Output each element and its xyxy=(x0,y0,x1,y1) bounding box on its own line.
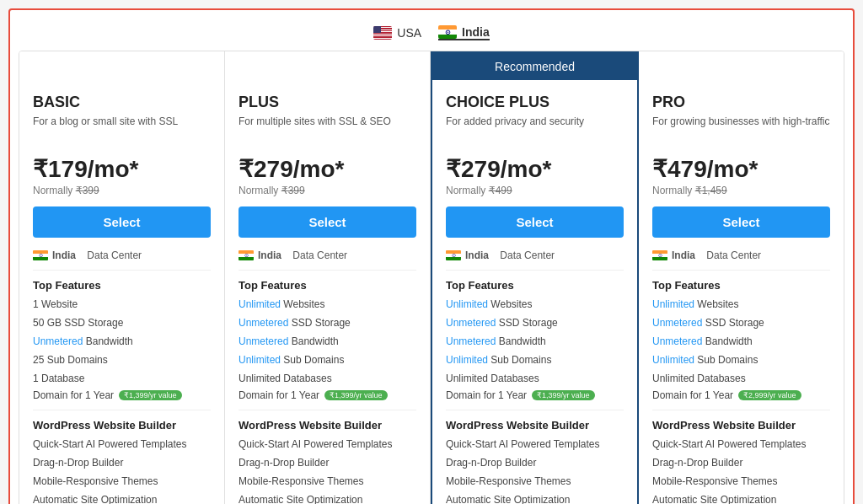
choice-plus-plan-name: CHOICE PLUS xyxy=(446,94,624,111)
choice-plus-select-button[interactable]: Select xyxy=(446,206,624,238)
plus-wp-f3: Mobile-Responsive Themes xyxy=(239,474,416,489)
cp-feature-2: Unmetered SSD Storage xyxy=(446,315,624,330)
basic-wp-f1: Quick-Start AI Powered Templates xyxy=(33,437,211,452)
plus-top-features-title: Top Features xyxy=(239,279,416,292)
basic-feature-3: Unmetered Bandwidth xyxy=(33,334,211,349)
pro-feature-1: Unlimited Websites xyxy=(652,297,830,312)
cp-wp-f4: Automatic Site Optimization xyxy=(446,492,624,504)
india-label: India xyxy=(462,25,490,39)
plus-wp-title: WordPress Website Builder xyxy=(239,419,416,432)
choice-plus-normal-price: Normally ₹499 xyxy=(446,185,624,196)
basic-feature-5: 1 Database xyxy=(33,371,211,386)
pro-plan-desc: For growing businesses with high-traffic xyxy=(652,115,830,145)
plus-normal-price: Normally ₹399 xyxy=(239,185,416,196)
basic-normal-price: Normally ₹399 xyxy=(33,185,211,196)
region-india[interactable]: India xyxy=(438,25,490,40)
basic-wp-f4: Automatic Site Optimization xyxy=(33,492,211,504)
region-usa[interactable]: USA xyxy=(373,26,421,40)
pro-wp-section: WordPress Website Builder Quick-Start AI… xyxy=(652,419,830,504)
basic-data-center: India Data Center xyxy=(33,249,211,261)
basic-top-features-title: Top Features xyxy=(33,279,211,292)
choice-plus-data-center: India Data Center xyxy=(446,249,624,261)
plus-wp-f1: Quick-Start AI Powered Templates xyxy=(239,437,416,452)
plus-feature-1: Unlimited Websites xyxy=(239,297,416,312)
basic-feature-4: 25 Sub Domains xyxy=(33,352,211,367)
plus-plan-desc: For multiple sites with SSL & SEO xyxy=(239,115,416,145)
cp-feature-4: Unlimited Sub Domains xyxy=(446,352,624,367)
basic-plan-price: ₹179/mo* xyxy=(33,155,211,183)
pro-domain-badge: ₹2,999/yr value xyxy=(738,390,801,400)
pro-plan-name: PRO xyxy=(652,94,830,111)
pro-india-flag-icon xyxy=(652,250,667,260)
basic-wp-f2: Drag-n-Drop Builder xyxy=(33,455,211,470)
pro-feature-2: Unmetered SSD Storage xyxy=(652,315,830,330)
cp-wp-f2: Drag-n-Drop Builder xyxy=(446,455,624,470)
plans-container: BASIC For a blog or small site with SSL … xyxy=(19,51,844,504)
plus-feature-4: Unlimited Sub Domains xyxy=(239,352,416,367)
plus-india-flag-icon xyxy=(239,250,254,260)
pro-wp-f1: Quick-Start AI Powered Templates xyxy=(652,437,830,452)
choice-plus-plan-desc: For added privacy and security xyxy=(446,115,624,145)
basic-feature-2: 50 GB SSD Storage xyxy=(33,315,211,330)
india-flag-icon xyxy=(438,25,457,39)
plus-select-button[interactable]: Select xyxy=(239,206,416,238)
pro-wp-title: WordPress Website Builder xyxy=(652,419,830,432)
region-selector: USA India xyxy=(19,19,844,51)
choice-plus-top-features-title: Top Features xyxy=(446,279,624,292)
cp-domain-row: Domain for 1 Year ₹1,399/yr value xyxy=(446,389,624,401)
pro-top-features-title: Top Features xyxy=(652,279,830,292)
basic-data-center-text: Data Center xyxy=(87,249,142,261)
pro-feature-4: Unlimited Sub Domains xyxy=(652,352,830,367)
usa-flag-icon xyxy=(373,26,392,40)
pro-wp-f3: Mobile-Responsive Themes xyxy=(652,474,830,489)
basic-wp-section: WordPress Website Builder Quick-Start AI… xyxy=(33,419,211,504)
pro-data-center: India Data Center xyxy=(652,249,830,261)
pro-domain-row: Domain for 1 Year ₹2,999/yr value xyxy=(652,389,830,401)
recommended-banner: Recommended xyxy=(432,53,637,80)
plus-plan-price: ₹279/mo* xyxy=(239,155,416,183)
cp-feature-3: Unmetered Bandwidth xyxy=(446,334,624,349)
choice-plus-india-flag-icon xyxy=(446,250,461,260)
pro-feature-5: Unlimited Databases xyxy=(652,371,830,386)
basic-wp-f3: Mobile-Responsive Themes xyxy=(33,474,211,489)
cp-wp-f3: Mobile-Responsive Themes xyxy=(446,474,624,489)
plan-choice-plus: Recommended CHOICE PLUS For added privac… xyxy=(431,51,639,504)
pro-wp-f2: Drag-n-Drop Builder xyxy=(652,455,830,470)
cp-domain-badge: ₹1,399/yr value xyxy=(532,390,595,400)
page-container: USA India BASIC For a blog or small site… xyxy=(8,8,855,504)
plan-plus: PLUS For multiple sites with SSL & SEO ₹… xyxy=(225,51,431,504)
pro-select-button[interactable]: Select xyxy=(652,206,830,238)
plus-wp-section: WordPress Website Builder Quick-Start AI… xyxy=(239,419,416,504)
plus-feature-3: Unmetered Bandwidth xyxy=(239,334,416,349)
plus-domain-row: Domain for 1 Year ₹1,399/yr value xyxy=(239,389,416,401)
plan-basic: BASIC For a blog or small site with SSL … xyxy=(19,51,225,504)
pro-normal-price: Normally ₹1,459 xyxy=(652,185,830,196)
basic-domain-badge: ₹1,399/yr value xyxy=(119,390,182,400)
plan-pro: PRO For growing businesses with high-tra… xyxy=(639,51,844,504)
plus-wp-f4: Automatic Site Optimization xyxy=(239,492,416,504)
basic-feature-1: 1 Website xyxy=(33,297,211,312)
plus-wp-f2: Drag-n-Drop Builder xyxy=(239,455,416,470)
basic-domain-row: Domain for 1 Year ₹1,399/yr value xyxy=(33,389,211,401)
basic-wp-title: WordPress Website Builder xyxy=(33,419,211,432)
choice-plus-plan-price: ₹279/mo* xyxy=(446,155,624,183)
cp-wp-f1: Quick-Start AI Powered Templates xyxy=(446,437,624,452)
plus-plan-name: PLUS xyxy=(239,94,416,111)
cp-wp-section: WordPress Website Builder Quick-Start AI… xyxy=(446,419,624,504)
basic-india-flag-icon xyxy=(33,250,48,260)
usa-label: USA xyxy=(397,26,421,40)
pro-plan-price: ₹479/mo* xyxy=(652,155,830,183)
cp-feature-1: Unlimited Websites xyxy=(446,297,624,312)
plus-data-center: India Data Center xyxy=(239,249,416,261)
plus-feature-5: Unlimited Databases xyxy=(239,371,416,386)
basic-select-button[interactable]: Select xyxy=(33,206,211,238)
plus-feature-2: Unmetered SSD Storage xyxy=(239,315,416,330)
pro-feature-3: Unmetered Bandwidth xyxy=(652,334,830,349)
pro-wp-f4: Automatic Site Optimization xyxy=(652,492,830,504)
plus-domain-badge: ₹1,399/yr value xyxy=(324,390,388,400)
basic-plan-name: BASIC xyxy=(33,94,211,111)
basic-plan-desc: For a blog or small site with SSL xyxy=(33,115,211,145)
cp-wp-title: WordPress Website Builder xyxy=(446,419,624,432)
cp-feature-5: Unlimited Databases xyxy=(446,371,624,386)
